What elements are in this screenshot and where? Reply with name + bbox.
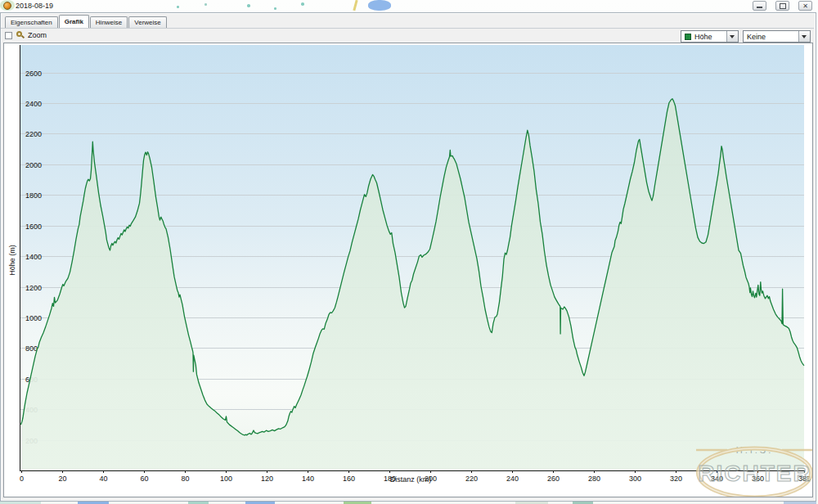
series-select-dropdown[interactable]	[726, 31, 738, 42]
chevron-down-icon	[802, 35, 807, 38]
tab-verweise[interactable]: Verweise	[128, 16, 166, 28]
series-color-swatch	[685, 34, 691, 40]
svg-text:20: 20	[58, 475, 66, 483]
svg-text:240: 240	[506, 475, 519, 483]
svg-text:1400: 1400	[25, 253, 42, 261]
svg-text:160: 160	[343, 475, 355, 483]
maximize-icon	[780, 3, 786, 9]
elevation-chart[interactable]: 2004006008001000120014001600180020002200…	[4, 43, 812, 497]
chart-panel: 2004006008001000120014001600180020002200…	[3, 43, 813, 497]
svg-text:1200: 1200	[25, 284, 42, 292]
toolbar: Zoom Höhe Keine	[1, 29, 814, 43]
svg-text:220: 220	[465, 475, 478, 483]
zoom-checkbox[interactable]	[5, 32, 12, 39]
minimize-button[interactable]	[753, 1, 766, 11]
close-icon: ✕	[799, 2, 811, 11]
svg-text:1000: 1000	[25, 314, 42, 322]
svg-text:300: 300	[629, 475, 641, 483]
dialog-window: Eigenschaften Grafik Hinweise Verweise Z…	[0, 12, 816, 502]
app-icon	[3, 2, 11, 10]
svg-text:260: 260	[547, 475, 560, 483]
svg-text:2000: 2000	[25, 161, 42, 169]
titlebar[interactable]: 2018-08-19 ✕	[0, 0, 818, 12]
svg-text:1800: 1800	[25, 191, 42, 200]
svg-text:2400: 2400	[25, 100, 42, 108]
minimize-icon	[757, 7, 762, 8]
series-select-value: Höhe	[694, 33, 712, 41]
svg-text:100: 100	[220, 475, 232, 483]
svg-text:140: 140	[302, 475, 314, 483]
series-select[interactable]: Höhe	[681, 30, 739, 43]
close-button[interactable]: ✕	[798, 1, 812, 11]
overlay-select[interactable]: Keine	[743, 30, 811, 43]
tab-grafik[interactable]: Grafik	[59, 15, 89, 28]
tab-eigenschaften[interactable]: Eigenschaften	[5, 16, 58, 28]
svg-text:320: 320	[670, 475, 682, 483]
watermark-line2: RICHTER	[698, 461, 811, 486]
svg-text:2200: 2200	[25, 130, 42, 138]
svg-text:1600: 1600	[25, 223, 42, 231]
overlay-select-dropdown[interactable]	[798, 31, 810, 42]
tab-hinweise[interactable]: Hinweise	[90, 16, 128, 28]
svg-text:60: 60	[140, 475, 148, 483]
window-title: 2018-08-19	[16, 2, 53, 10]
x-axis-title: Distanz (km)	[390, 475, 432, 484]
overlay-select-value: Keine	[747, 33, 766, 41]
svg-text:280: 280	[588, 475, 600, 483]
svg-text:800: 800	[25, 344, 38, 353]
svg-text:0: 0	[20, 475, 24, 483]
magnifier-icon	[16, 31, 25, 40]
zoom-label: Zoom	[28, 31, 47, 39]
maximize-button[interactable]	[775, 1, 789, 11]
tab-bar: Eigenschaften Grafik Hinweise Verweise	[5, 16, 168, 28]
svg-text:2600: 2600	[25, 70, 42, 78]
svg-text:120: 120	[261, 475, 273, 483]
svg-text:40: 40	[99, 475, 107, 483]
chevron-down-icon	[730, 35, 735, 38]
svg-text:80: 80	[181, 475, 189, 483]
y-axis-title: Höhe (m)	[8, 245, 16, 276]
